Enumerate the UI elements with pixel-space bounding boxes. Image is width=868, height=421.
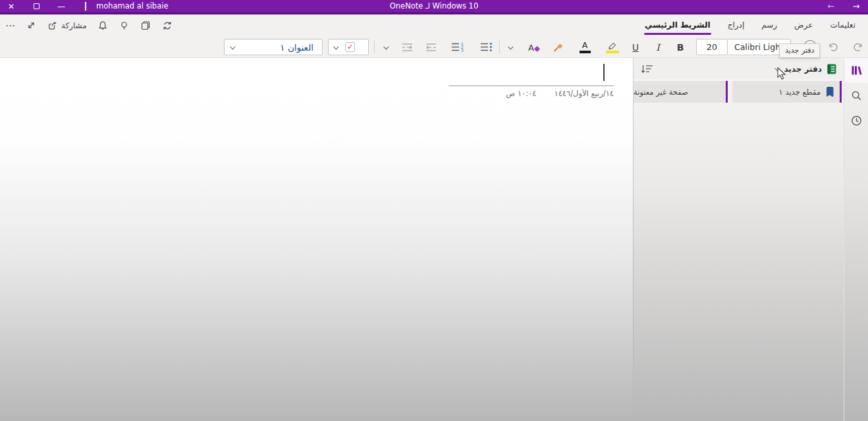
page-datetime: ١٤/ربيع الأول/١٤٤٦ ١٠:٠٤ ص: [506, 89, 614, 98]
navigation-sidebar: دفتر جديد صفحة غير معنونة مقطع جديد ١: [634, 58, 844, 421]
clear-formatting-button[interactable]: A: [522, 39, 545, 55]
font-color-icon: A: [580, 41, 591, 53]
page-time: ١٠:٠٤ ص: [506, 89, 536, 98]
section-name: مقطع جديد ١: [779, 87, 821, 97]
bold-button[interactable]: B: [671, 39, 690, 55]
highlighter-icon: [606, 41, 619, 53]
expand-diagonal-icon: [26, 20, 37, 31]
onenote-app: ✕ — mohamad al sibaie OneNote لـ Windows…: [0, 0, 868, 421]
font-size-value: 20: [697, 42, 727, 52]
page-name: صفحة غير معنونة: [634, 87, 688, 97]
tab-draw[interactable]: رسم: [753, 14, 786, 36]
fullscreen-button[interactable]: [26, 20, 37, 31]
decrease-indent-button[interactable]: [420, 39, 441, 55]
text-caret: [603, 64, 605, 81]
page-versions-button[interactable]: [140, 20, 151, 32]
bell-icon: [97, 20, 109, 32]
bold-glyph: B: [677, 42, 684, 53]
font-size-field[interactable]: 20: [696, 39, 727, 55]
section-list-item[interactable]: مقطع جديد ١: [732, 81, 842, 103]
svg-text:A: A: [528, 43, 534, 53]
quick-actions: ⋯ مشاركة: [5, 14, 173, 36]
ribbon-tabs: الشريط الرئيسي إدراج رسم عرض تعليمات: [636, 14, 864, 36]
ribbon-tab-row: ⋯ مشاركة: [0, 14, 868, 36]
new-notebook-tooltip: دفتر جديد: [779, 43, 820, 58]
redo-button[interactable]: [848, 39, 868, 55]
search-rail-button[interactable]: [844, 83, 868, 108]
sort-button[interactable]: [640, 62, 655, 76]
styles-selected-value: العنوان ١: [235, 42, 322, 53]
chevron-down-icon: [383, 44, 389, 49]
sync-button[interactable]: [161, 20, 173, 32]
sort-icon: [640, 62, 655, 76]
clock-icon: [850, 114, 863, 127]
page-canvas[interactable]: ١٤/ربيع الأول/١٤٤٦ ١٠:٠٤ ص: [0, 58, 633, 421]
underline-button[interactable]: U: [626, 39, 645, 55]
formatting-more-button[interactable]: [502, 39, 520, 55]
tab-view[interactable]: عرض: [786, 14, 821, 36]
title-bar: ✕ — mohamad al sibaie OneNote لـ Windows…: [0, 0, 868, 14]
tell-me-button[interactable]: [119, 20, 130, 32]
ellipsis-icon: ⋯: [5, 20, 16, 32]
pages-icon: [140, 20, 151, 32]
notebooks-rail-button[interactable]: [844, 58, 868, 83]
tag-more-button[interactable]: [378, 39, 395, 55]
sync-icon: [161, 20, 173, 32]
tab-help[interactable]: تعليمات: [821, 14, 864, 36]
styles-dropdown[interactable]: العنوان ١: [224, 39, 323, 55]
bulleted-list-button[interactable]: [475, 39, 498, 55]
page-date: ١٤/ربيع الأول/١٤٤٦: [555, 89, 614, 98]
increase-indent-icon: [401, 42, 414, 53]
decrease-indent-icon: [425, 42, 437, 53]
chevron-down-icon: [333, 44, 339, 49]
svg-text:3: 3: [461, 48, 464, 53]
toolbar-divider: [499, 41, 500, 53]
highlight-button[interactable]: [601, 39, 624, 55]
font-color-button[interactable]: A: [574, 39, 596, 55]
page-list-item[interactable]: صفحة غير معنونة: [634, 81, 728, 103]
nav-forward-button[interactable]: →: [846, 0, 867, 12]
search-icon: [850, 89, 863, 102]
recent-notes-rail-button[interactable]: [844, 108, 868, 133]
section-color-icon: [826, 86, 834, 97]
format-toolbar: العنوان ١ ✓: [0, 36, 868, 58]
italic-button[interactable]: I: [649, 39, 666, 55]
more-options-button[interactable]: ⋯: [5, 20, 16, 32]
page-title-underline: [448, 86, 614, 86]
todo-tag-checkbox-icon: ✓: [345, 42, 355, 52]
share-label: مشاركة: [61, 21, 87, 30]
notebook-icon: [827, 63, 837, 75]
notebooks-icon: [850, 64, 863, 76]
format-painter-button[interactable]: [547, 39, 568, 55]
notifications-button[interactable]: [97, 20, 109, 32]
tab-insert[interactable]: إدراج: [719, 14, 753, 36]
clear-formatting-icon: A: [526, 41, 541, 53]
share-button[interactable]: مشاركة: [47, 20, 87, 32]
notebook-header: دفتر جديد: [634, 58, 844, 80]
notebook-name: دفتر جديد: [784, 64, 822, 74]
chevron-down-icon: [508, 44, 513, 49]
arrow-right-icon: →: [853, 1, 860, 11]
numbered-list-button[interactable]: 123: [447, 39, 469, 55]
main-area: ١٤/ربيع الأول/١٤٤٦ ١٠:٠٤ ص: [0, 58, 868, 421]
arrow-left-icon: ←: [828, 1, 835, 11]
nav-back-button[interactable]: ←: [821, 0, 842, 12]
redo-icon: [852, 41, 864, 53]
page-selection-indicator: [726, 81, 728, 103]
increase-indent-button[interactable]: [396, 39, 418, 55]
italic-glyph: I: [656, 42, 660, 53]
bulleted-list-icon: [480, 41, 494, 53]
mouse-cursor: [777, 67, 786, 80]
tag-dropdown[interactable]: ✓: [328, 39, 369, 55]
share-icon: [47, 20, 59, 32]
window-title: OneNote لـ Windows 10: [0, 0, 868, 12]
tab-home[interactable]: الشريط الرئيسي: [636, 14, 719, 36]
undo-button[interactable]: [823, 39, 843, 55]
undo-icon: [827, 41, 839, 53]
right-rail: [844, 58, 868, 421]
section-page-row: صفحة غير معنونة مقطع جديد ١: [634, 81, 844, 103]
section-selection-indicator: [840, 81, 842, 103]
format-painter-icon: [552, 41, 564, 53]
numbered-list-icon: 123: [451, 41, 465, 53]
toolbar-divider: [374, 41, 375, 53]
